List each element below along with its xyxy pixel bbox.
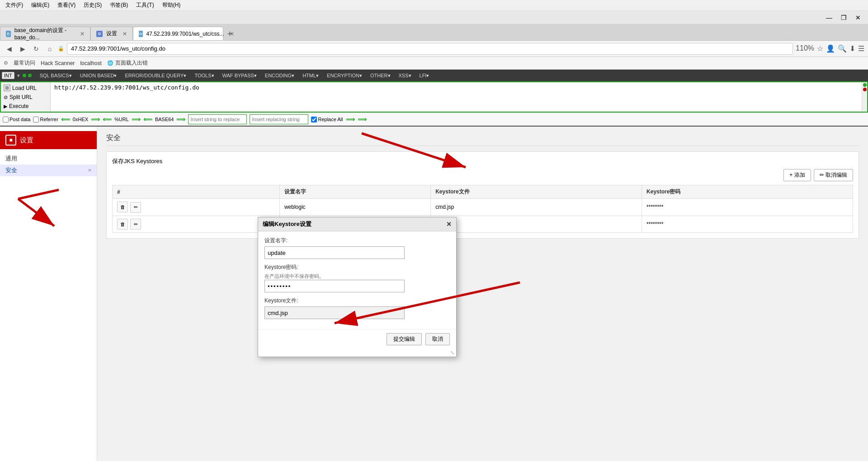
hackbar-lfi[interactable]: LFI▾ <box>416 72 433 80</box>
tab-close-1[interactable]: ✕ <box>80 31 85 37</box>
hackbar-encoding[interactable]: ENCODING▾ <box>261 72 298 80</box>
hackbar-error[interactable]: ERROR/DOUBLE QUERY▾ <box>121 72 190 80</box>
tab-settings[interactable]: ⚙ 设置 ✕ <box>90 27 133 40</box>
close-button[interactable]: ✕ <box>853 12 863 23</box>
split-url-label: Split URL <box>9 94 33 100</box>
window-controls: — ❐ ✕ <box>824 12 863 23</box>
replace-all-check[interactable] <box>311 117 317 122</box>
hackbar-int[interactable]: INT <box>2 72 14 79</box>
hackbar-html[interactable]: HTML▾ <box>299 72 322 80</box>
menu-view[interactable]: 查看(V) <box>54 0 79 10</box>
address-input[interactable] <box>67 43 793 55</box>
tab-base-domain[interactable]: B base_domain的设置 - base_do... ✕ <box>0 27 90 40</box>
hackbar-waf[interactable]: WAF BYPASS▾ <box>219 72 260 80</box>
arrow-8: ⟹ <box>358 116 367 123</box>
user-icon[interactable]: 👤 <box>826 44 835 53</box>
menu-bookmarks[interactable]: 书签(B) <box>106 0 132 10</box>
bookmark-label-2: Hack Scanner <box>41 60 75 66</box>
dialog-name-label: 设置名字: <box>264 237 450 245</box>
bookmarks-bar: ⚙ 最常访问 Hack Scanner localhost 🌐 页面载入出错 <box>0 57 868 70</box>
hackbar-url-input[interactable]: http://47.52.239.99:7001/ws_utc/config.d… <box>51 82 862 109</box>
arrow-7: ⟹ <box>346 116 355 123</box>
hackbar-execute[interactable]: ▶ Execute <box>1 102 50 111</box>
hackbar-load-url[interactable]: ⊕ Load URL <box>1 83 50 93</box>
back-button[interactable]: ◀ <box>4 43 14 54</box>
arrow-5: ⟸ <box>143 116 152 123</box>
dialog-submit-button[interactable]: 提交编辑 <box>387 333 422 345</box>
hackbar-split-url[interactable]: ⊘ Split URL <box>1 93 50 102</box>
tab-favicon-2: ⚙ <box>96 31 103 37</box>
replace-all-label: Replace All <box>318 117 343 122</box>
tab-favicon-1: B <box>6 31 11 37</box>
hackbar-other[interactable]: OTHER▾ <box>367 72 394 80</box>
search-icon[interactable]: 🔍 <box>838 44 847 53</box>
bookmark-star[interactable]: ☆ <box>817 44 823 53</box>
bookmark-error[interactable]: 🌐 页面载入出错 <box>107 59 148 67</box>
col-password: Keystore密码 <box>642 185 853 199</box>
load-url-label: Load URL <box>12 85 37 91</box>
post-data-checkbox[interactable]: Post data <box>3 117 30 122</box>
dialog-file-input[interactable] <box>264 306 405 319</box>
hackbar-encryption[interactable]: ENCRYPTION▾ <box>323 72 366 80</box>
download-icon[interactable]: ⬇ <box>849 44 855 53</box>
add-button[interactable]: + 添加 <box>783 169 811 181</box>
tab-favicon-3: W <box>139 31 143 37</box>
hackbar-tools[interactable]: TOOLS▾ <box>191 72 217 80</box>
sidebar-item-general[interactable]: 通用 <box>0 153 97 165</box>
referrer-checkbox[interactable]: Referrer <box>33 117 58 122</box>
hackbar-union[interactable]: UNION BASED▾ <box>76 72 121 80</box>
referrer-label: Referrer <box>40 117 58 122</box>
row2-file: cmd.jsp <box>431 216 642 233</box>
load-icon: ⊕ <box>4 85 10 91</box>
new-tab-button[interactable]: + <box>223 28 236 40</box>
dialog-password-input[interactable] <box>264 280 405 292</box>
dialog-resize-handle[interactable]: ⤡ <box>258 349 456 357</box>
tab-label-1: base_domain的设置 - base_do... <box>14 27 75 41</box>
cancel-edit-button[interactable]: ✏ 取消编辑 <box>814 169 853 181</box>
dialog-name-input[interactable] <box>264 246 405 259</box>
home-button[interactable]: ⌂ <box>44 43 55 54</box>
panel-header-row: 保存JKS Keystores <box>112 157 853 165</box>
address-bar: ◀ ▶ ↻ ⌂ 🔒 110% ☆ 👤 🔍 ⬇ ☰ <box>0 41 868 57</box>
hex-label: 0xHEX <box>73 117 88 122</box>
replace-all-checkbox[interactable]: Replace All <box>311 117 343 122</box>
bookmark-localhost[interactable]: localhost <box>80 60 101 66</box>
sidebar-title: 设置 <box>20 136 33 145</box>
menu-tools[interactable]: 工具(T) <box>132 0 157 10</box>
dialog-password-field: Keystore密码: 在产品环境中不保存密码。 <box>264 263 450 292</box>
row2-password: ******** <box>642 216 853 233</box>
minimize-button[interactable]: — <box>824 12 835 23</box>
bookmark-hack[interactable]: Hack Scanner <box>41 60 75 66</box>
security-label: 安全 <box>5 166 17 174</box>
execute-icon: ▶ <box>4 103 7 109</box>
dialog-title-bar: 编辑Keystore设置 ✕ <box>258 217 456 231</box>
menu-edit[interactable]: 编辑(E) <box>28 0 53 10</box>
sidebar-item-security[interactable]: 安全 » <box>0 165 97 176</box>
edit-btn-1[interactable]: ✏ <box>130 202 141 213</box>
delete-btn-1[interactable]: 🗑 <box>117 202 128 212</box>
subsection-label: 保存JKS Keystores <box>112 157 162 165</box>
refresh-button[interactable]: ↻ <box>31 43 42 54</box>
menu-help[interactable]: 帮助(H) <box>159 0 184 10</box>
dialog-cancel-button[interactable]: 取消 <box>425 333 450 345</box>
menu-history[interactable]: 历史(S) <box>80 0 105 10</box>
dialog-close-button[interactable]: ✕ <box>446 221 452 228</box>
percent-url-label: %URL <box>114 117 129 122</box>
bookmark-frequent[interactable]: 最常访问 <box>14 59 35 67</box>
hackbar-xss[interactable]: XSS▾ <box>395 72 415 80</box>
replace-input[interactable] <box>188 114 247 124</box>
hackbar-sql-basics[interactable]: SQL BASICS▾ <box>36 72 75 80</box>
keystore-table: # 设置名字 Keystore文件 Keystore密码 🗑 ✏ <box>112 185 853 233</box>
post-data-check[interactable] <box>3 117 9 122</box>
referrer-check[interactable] <box>33 117 39 122</box>
menu-icon[interactable]: ☰ <box>858 44 864 53</box>
tab-main[interactable]: W 47.52.239.99:7001/ws_utc/css... ✕ <box>133 27 223 40</box>
delete-btn-2[interactable]: 🗑 <box>117 219 128 230</box>
main-area: 安全 保存JKS Keystores + 添加 ✏ 取消编辑 # 设置名字 Ke… <box>97 127 868 461</box>
forward-button[interactable]: ▶ <box>17 43 28 54</box>
menu-file[interactable]: 文件(F) <box>2 0 27 10</box>
maximize-button[interactable]: ❐ <box>838 12 849 23</box>
tab-close-2[interactable]: ✕ <box>123 31 127 37</box>
edit-btn-2[interactable]: ✏ <box>130 219 141 230</box>
replacing-input[interactable] <box>250 114 308 124</box>
